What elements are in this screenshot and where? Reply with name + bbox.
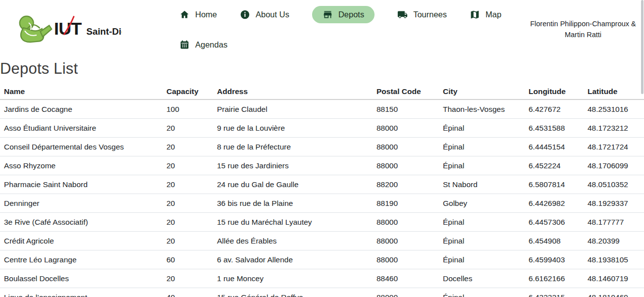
table-cell: 6.427672 xyxy=(525,99,584,119)
authors-credit: Florentin Philippon-Champroux & Martin R… xyxy=(529,19,637,41)
nav-item-map[interactable]: Map xyxy=(470,6,501,23)
authors-line2: Martin Ratti xyxy=(565,31,601,39)
table-cell: 48.20399 xyxy=(584,232,644,250)
table-cell: 6.5807814 xyxy=(525,175,584,194)
table-cell: 88000 xyxy=(373,250,439,269)
nav-item-about-us[interactable]: About Us xyxy=(240,6,289,23)
table-cell: Ligue de l’enseignement xyxy=(0,288,162,297)
table-cell: 6.4457306 xyxy=(525,213,584,232)
table-row: 3e Rive (Café Associatif)2015 rue du Mar… xyxy=(0,213,644,232)
column-header-longitude: Longitude xyxy=(525,84,584,99)
table-row: Asso Étudiant Universitaire209 rue de la… xyxy=(0,119,644,138)
table-cell: 100 xyxy=(162,99,213,119)
table-cell: 88000 xyxy=(373,119,439,138)
table-row: Centre Léo Lagrange606 av. Salvador Alle… xyxy=(0,250,644,269)
table-cell: 88460 xyxy=(373,269,439,288)
table-cell: 15 rue Général de Reffye xyxy=(213,288,373,297)
table-cell: 48.1929337 xyxy=(584,194,644,213)
nav-item-home[interactable]: Home xyxy=(179,6,217,23)
table-cell: 20 xyxy=(162,232,213,250)
table-cell: 6.4445154 xyxy=(525,138,584,156)
store-icon xyxy=(322,9,333,20)
brand-logo[interactable]: IUT Saint-Dié xyxy=(17,13,122,46)
table-cell: Épinal xyxy=(439,156,525,175)
page-title: Depots List xyxy=(0,60,644,78)
authors-line1: Florentin Philippon-Champroux & xyxy=(530,20,636,28)
table-cell: Docelles xyxy=(439,269,525,288)
table-cell: 88150 xyxy=(373,99,439,119)
brand-site-text: Saint-Dié xyxy=(86,26,122,37)
column-header-city: City xyxy=(439,84,525,99)
table-row: Conseil Départemental des Vosges208 rue … xyxy=(0,138,644,156)
table-cell: 88000 xyxy=(373,288,439,297)
table-cell: 48.1938105 xyxy=(584,250,644,269)
column-header-postal-code: Postal Code xyxy=(373,84,439,99)
nav-item-agendas[interactable]: Agendas xyxy=(179,36,227,53)
table-header-row: Name Capacity Address Postal Code City L… xyxy=(0,84,644,99)
depots-table-body: Jardins de Cocagne100Prairie Claudel8815… xyxy=(0,99,644,297)
table-cell: Jardins de Cocagne xyxy=(0,99,162,119)
table-cell: Asso Étudiant Universitaire xyxy=(0,119,162,138)
table-cell: Conseil Départemental des Vosges xyxy=(0,138,162,156)
table-cell: Épinal xyxy=(439,119,525,138)
nav-item-label: Agendas xyxy=(195,40,227,50)
depots-table: Name Capacity Address Postal Code City L… xyxy=(0,84,644,297)
table-cell: 15 rue des Jardiniers xyxy=(213,156,373,175)
table-cell: 20 xyxy=(162,175,213,194)
table-cell: 48.1723212 xyxy=(584,119,644,138)
calendar-icon xyxy=(179,40,190,50)
nav-item-label: Depots xyxy=(338,10,364,19)
table-cell: 88000 xyxy=(373,156,439,175)
table-cell: 48.1706099 xyxy=(584,156,644,175)
table-cell: 88000 xyxy=(373,232,439,250)
table-cell: 20 xyxy=(162,119,213,138)
table-cell: 88190 xyxy=(373,194,439,213)
table-cell: 24 rue du Gal de Gaulle xyxy=(213,175,373,194)
table-cell: 6.4599403 xyxy=(525,250,584,269)
main-nav: Home About Us Depots Tournees Map xyxy=(179,6,524,53)
table-cell: 20 xyxy=(162,213,213,232)
table-cell: 9 rue de la Louvière xyxy=(213,119,373,138)
nav-item-label: Map xyxy=(485,10,501,19)
table-cell: 48.1721724 xyxy=(584,138,644,156)
table-cell: 3e Rive (Café Associatif) xyxy=(0,213,162,232)
table-row: Denninger2036 bis rue de la Plaine88190G… xyxy=(0,194,644,213)
table-cell: Crédit Agricole xyxy=(0,232,162,250)
nav-item-label: Tournees xyxy=(413,10,447,19)
column-header-capacity: Capacity xyxy=(162,84,213,99)
table-cell: Centre Léo Lagrange xyxy=(0,250,162,269)
table-cell: 6.452224 xyxy=(525,156,584,175)
table-cell: 48.1819469 xyxy=(584,288,644,297)
table-row: Asso Rhyzome2015 rue des Jardiniers88000… xyxy=(0,156,644,175)
table-cell: 40 xyxy=(162,288,213,297)
table-cell: Asso Rhyzome xyxy=(0,156,162,175)
table-cell: Denninger xyxy=(0,194,162,213)
table-cell: 20 xyxy=(162,269,213,288)
table-cell: Prairie Claudel xyxy=(213,99,373,119)
table-cell: 6.6162166 xyxy=(525,269,584,288)
table-cell: Épinal xyxy=(439,138,525,156)
table-row: Ligue de l’enseignement4015 rue Général … xyxy=(0,288,644,297)
table-cell: 6.4323215 xyxy=(525,288,584,297)
table-row: Crédit Agricole20Allée des Érables88000É… xyxy=(0,232,644,250)
column-header-latitude: Latitude xyxy=(584,84,644,99)
table-cell: 6.454908 xyxy=(525,232,584,250)
watering-can-logo: IUT Saint-Dié xyxy=(17,13,122,46)
table-cell: St Nabord xyxy=(439,175,525,194)
table-cell: 1 rue Moncey xyxy=(213,269,373,288)
column-header-address: Address xyxy=(213,84,373,99)
column-header-name: Name xyxy=(0,84,162,99)
table-cell: Épinal xyxy=(439,250,525,269)
vertical-scrollbar-thumb[interactable] xyxy=(641,0,644,94)
nav-item-label: About Us xyxy=(256,10,289,19)
nav-item-tournees[interactable]: Tournees xyxy=(397,6,447,23)
table-cell: Allée des Érables xyxy=(213,232,373,250)
table-cell: 6.4426982 xyxy=(525,194,584,213)
truck-icon xyxy=(397,9,408,20)
table-cell: 88200 xyxy=(373,175,439,194)
table-row: Boulassel Docelles201 rue Moncey88460Doc… xyxy=(0,269,644,288)
nav-item-depots[interactable]: Depots xyxy=(312,6,375,23)
table-cell: 20 xyxy=(162,194,213,213)
home-icon xyxy=(179,9,190,20)
table-cell: 60 xyxy=(162,250,213,269)
